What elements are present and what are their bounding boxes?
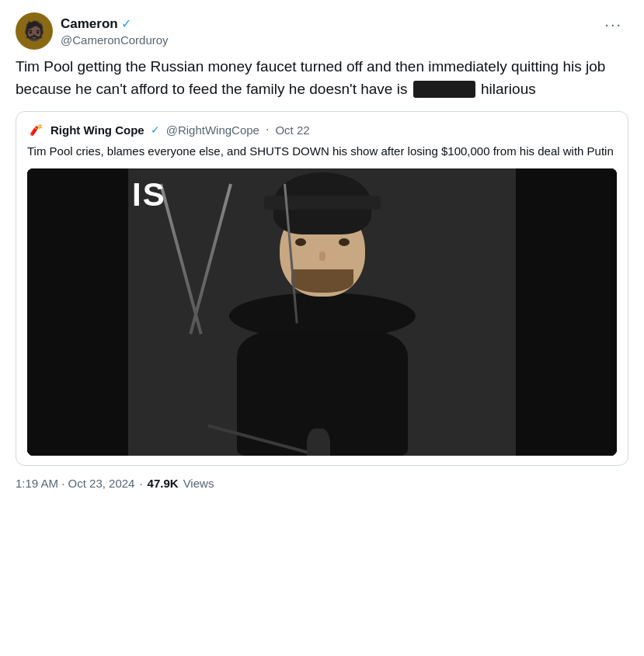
- tweet-text-part2: hilarious: [481, 81, 536, 97]
- video-overlay-text: IS: [132, 176, 166, 213]
- more-options-button[interactable]: ···: [598, 12, 628, 36]
- verified-badge-icon: ✓: [121, 16, 131, 31]
- meta-separator: ·: [139, 477, 142, 490]
- person-beard: [291, 269, 353, 293]
- bg-right-panel: [516, 168, 617, 456]
- person-torso: [237, 331, 408, 456]
- tweet-container: 🧔🏿 Cameron ✓ @CameronCorduroy ··· Tim Po…: [0, 0, 644, 502]
- quoted-date: Oct 22: [275, 123, 309, 137]
- video-thumbnail-container[interactable]: IS: [27, 168, 617, 456]
- display-name: Cameron: [61, 16, 118, 32]
- quoted-display-name: Right Wing Cope: [50, 123, 144, 137]
- tweet-meta: 1:19 AM · Oct 23, 2024 · 47.9K Views: [16, 477, 628, 490]
- display-name-row: Cameron ✓: [61, 16, 169, 32]
- person-eyes: [295, 238, 350, 246]
- quoted-username: @RightWingCope: [166, 123, 259, 137]
- user-info: Cameron ✓ @CameronCorduroy: [61, 16, 169, 47]
- quoted-avatar: 🧨: [27, 121, 44, 138]
- video-thumbnail: IS: [27, 168, 617, 456]
- views-label: Views: [183, 477, 214, 490]
- username[interactable]: @CameronCorduroy: [61, 33, 169, 47]
- avatar[interactable]: 🧔🏿: [16, 12, 53, 50]
- mic-body: [307, 429, 330, 456]
- person-hat-brim: [264, 196, 381, 210]
- views-count: 47.9K: [148, 477, 179, 490]
- tweet-header: 🧔🏿 Cameron ✓ @CameronCorduroy ···: [16, 12, 628, 50]
- tweet-text: Tim Pool getting the Russian money fauce…: [16, 56, 628, 100]
- date-separator: ·: [266, 123, 269, 137]
- bg-left-panel: [27, 168, 128, 456]
- tweet-timestamp: 1:19 AM · Oct 23, 2024: [16, 477, 134, 490]
- quoted-verified-badge-icon: ✓: [151, 123, 160, 136]
- microphone-stand: [307, 429, 330, 456]
- censored-word: [413, 81, 475, 98]
- quoted-tweet[interactable]: 🧨 Right Wing Cope ✓ @RightWingCope · Oct…: [16, 111, 628, 466]
- person-nose: [319, 252, 325, 261]
- person-figure: [190, 168, 454, 456]
- tweet-header-left: 🧔🏿 Cameron ✓ @CameronCorduroy: [16, 12, 169, 50]
- quoted-tweet-header: 🧨 Right Wing Cope ✓ @RightWingCope · Oct…: [27, 121, 617, 138]
- video-scene: IS: [27, 168, 617, 456]
- quoted-tweet-text: Tim Pool cries, blames everyone else, an…: [27, 143, 617, 161]
- person-body: [229, 203, 416, 456]
